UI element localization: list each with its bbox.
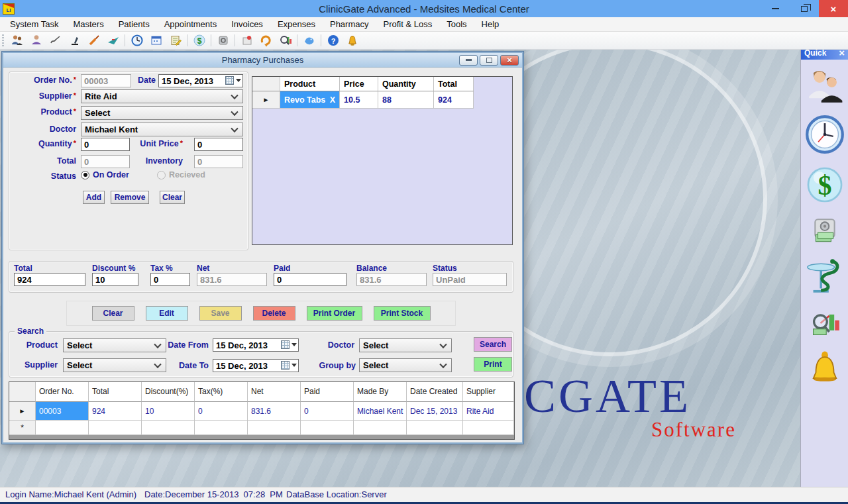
- quick-reports-analysis-icon[interactable]: [809, 307, 841, 342]
- search-supplier-select[interactable]: Select: [63, 358, 166, 372]
- empty-cell[interactable]: [407, 421, 463, 435]
- empty-cell[interactable]: [463, 421, 514, 435]
- medical-transport-icon[interactable]: [105, 33, 121, 48]
- menu-pharmacy[interactable]: Pharmacy: [323, 17, 376, 31]
- remove-item-icon[interactable]: X: [330, 95, 335, 105]
- empty-cell[interactable]: [89, 421, 142, 435]
- dialog-maximize-button[interactable]: [480, 55, 498, 66]
- print-button[interactable]: Print: [474, 357, 512, 372]
- patient-icon[interactable]: [28, 33, 44, 48]
- orders-grid-col[interactable]: Discount(%): [142, 382, 195, 402]
- items-grid-cell-total[interactable]: 924: [434, 91, 474, 109]
- totals-paid-field[interactable]: 0: [274, 273, 346, 286]
- items-grid-cell-quantity[interactable]: 88: [378, 91, 434, 109]
- row-selector-icon[interactable]: ►: [9, 402, 36, 421]
- inventory-field[interactable]: 0: [194, 155, 243, 168]
- billing-note-icon[interactable]: [168, 33, 183, 48]
- help-icon[interactable]: ?: [325, 33, 341, 48]
- orders-grid-col[interactable]: Net: [248, 382, 301, 402]
- orders-cell-order-no[interactable]: 00003: [36, 402, 89, 421]
- orders-cell-date-created[interactable]: Dec 15, 2013: [407, 402, 463, 421]
- items-grid-cell-price[interactable]: 10.5: [340, 91, 378, 109]
- search-date-from-field[interactable]: 15 Dec, 2013: [213, 338, 299, 352]
- items-grid-col-total[interactable]: Total: [434, 77, 474, 91]
- quick-close-icon[interactable]: ×: [839, 50, 845, 58]
- orders-cell-paid[interactable]: 0: [301, 402, 354, 421]
- empty-cell[interactable]: [301, 421, 354, 435]
- signature-icon[interactable]: [48, 33, 63, 48]
- orders-grid-col[interactable]: Total: [89, 382, 142, 402]
- quick-appointments-clock-icon[interactable]: [804, 114, 845, 158]
- menu-profit-loss[interactable]: Profit & Loss: [376, 17, 440, 31]
- chevron-down-icon[interactable]: [292, 343, 297, 346]
- totals-balance-field[interactable]: 831.6: [356, 273, 427, 286]
- search-date-to-field[interactable]: 15 Dec, 2013: [213, 359, 299, 372]
- orders-cell-made-by[interactable]: Michael Kent: [354, 402, 407, 421]
- totals-tax-field[interactable]: 0: [150, 273, 190, 286]
- edit-button[interactable]: Edit: [146, 306, 188, 321]
- orders-cell-total[interactable]: 924: [89, 402, 142, 421]
- refresh-arrow-icon[interactable]: [258, 33, 274, 48]
- quick-patients-icon[interactable]: [806, 68, 844, 109]
- search-group-by-select[interactable]: Select: [359, 358, 452, 372]
- calendar-icon[interactable]: [281, 340, 290, 349]
- menu-expenses[interactable]: Expenses: [270, 17, 323, 31]
- orders-grid-col[interactable]: Paid: [301, 382, 354, 402]
- items-grid-col-quantity[interactable]: Quantity: [378, 77, 434, 91]
- clock-icon[interactable]: [129, 33, 144, 48]
- product-select[interactable]: Select: [81, 106, 243, 120]
- empty-cell[interactable]: [142, 421, 195, 435]
- items-grid-cell-product[interactable]: Revo TabsX: [280, 91, 340, 109]
- total-field[interactable]: 0: [81, 155, 130, 168]
- patients-group-icon[interactable]: [9, 33, 25, 48]
- menu-invoices[interactable]: Invoices: [224, 17, 270, 31]
- totals-net-field[interactable]: 831.6: [197, 273, 267, 286]
- items-grid-row[interactable]: ► Revo TabsX 10.5 88 924: [252, 91, 512, 109]
- doctor-select[interactable]: Michael Kent: [81, 123, 243, 136]
- quick-reminders-bell-icon[interactable]: [807, 350, 843, 388]
- empty-cell[interactable]: [195, 421, 248, 435]
- search-product-select[interactable]: Select: [63, 338, 166, 352]
- search-button[interactable]: Search: [474, 337, 512, 352]
- empty-cell[interactable]: [248, 421, 301, 435]
- print-order-button[interactable]: Print Order: [307, 306, 362, 321]
- messenger-icon[interactable]: [301, 33, 317, 48]
- print-stock-button[interactable]: Print Stock: [374, 306, 431, 321]
- quick-cash-safe-icon[interactable]: [810, 216, 840, 249]
- financial-report-icon[interactable]: [278, 33, 293, 48]
- calendar-icon[interactable]: [281, 361, 290, 370]
- orders-grid-col[interactable]: Date Created: [407, 382, 463, 402]
- chevron-down-icon[interactable]: [292, 364, 297, 367]
- currency-dollar-icon[interactable]: $: [191, 33, 207, 48]
- order-no-field[interactable]: 00003: [81, 74, 131, 87]
- restore-button[interactable]: [790, 0, 819, 17]
- minimize-button[interactable]: [761, 0, 790, 17]
- orders-grid-col[interactable]: Tax(%): [195, 382, 248, 402]
- empty-cell[interactable]: [36, 421, 89, 435]
- empty-cell[interactable]: [354, 421, 407, 435]
- chevron-down-icon[interactable]: [236, 79, 241, 82]
- clear-items-button[interactable]: Clear: [160, 191, 185, 204]
- quantity-field[interactable]: 0: [81, 138, 130, 151]
- remove-button[interactable]: Remove: [111, 191, 149, 204]
- menu-tools[interactable]: Tools: [439, 17, 474, 31]
- dialog-titlebar[interactable]: Pharmacy Purchases ×: [3, 53, 522, 68]
- totals-discount-field[interactable]: 10: [92, 273, 138, 286]
- menu-help[interactable]: Help: [474, 17, 507, 31]
- unit-price-field[interactable]: 0: [194, 138, 243, 151]
- totals-total-field[interactable]: 924: [14, 273, 85, 286]
- totals-status-field[interactable]: UnPaid: [433, 273, 507, 286]
- status-on-order-radio[interactable]: On Order: [81, 170, 129, 179]
- date-field[interactable]: 15 Dec, 2013: [158, 74, 243, 87]
- orders-grid-col[interactable]: Made By: [354, 382, 407, 402]
- menu-appointments[interactable]: Appointments: [157, 17, 225, 31]
- orders-grid-new-row[interactable]: *: [9, 421, 514, 435]
- cash-safe-icon[interactable]: [215, 33, 231, 48]
- orders-cell-supplier[interactable]: Rite Aid: [463, 402, 514, 421]
- delete-button[interactable]: Delete: [253, 306, 295, 321]
- calendar-icon[interactable]: [225, 76, 234, 85]
- row-selector-icon[interactable]: ►: [252, 91, 280, 109]
- orders-grid-col[interactable]: Supplier: [463, 382, 514, 402]
- dialog-close-button[interactable]: ×: [500, 55, 519, 66]
- orders-cell-tax[interactable]: 0: [195, 402, 248, 421]
